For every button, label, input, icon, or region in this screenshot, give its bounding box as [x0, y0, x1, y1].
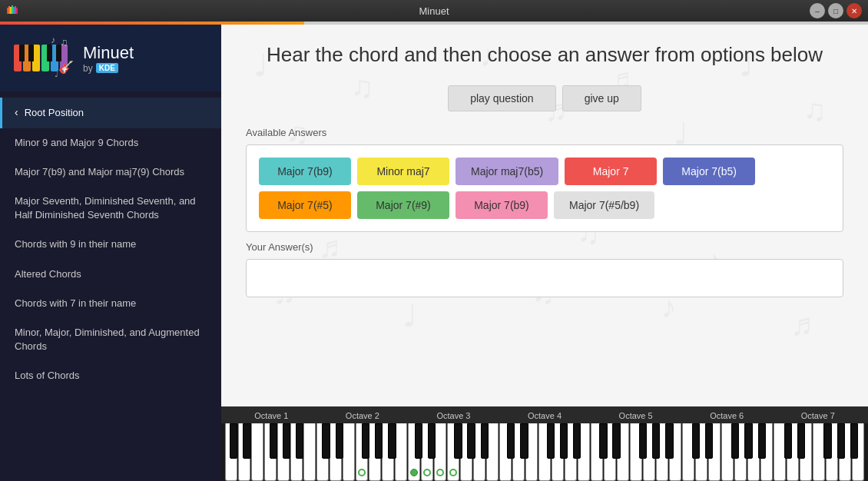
black-key-o2-bp4[interactable] [362, 423, 369, 459]
black-key-o1-bp5[interactable] [283, 423, 290, 459]
sidebar-item-major-seventh-dim[interactable]: Major Seventh, Diminished Seventh, and H… [0, 187, 221, 230]
black-key-o1-bp2[interactable] [243, 423, 250, 459]
sidebar-item-label-active: Root Position [25, 106, 84, 120]
svg-rect-5 [15, 6, 16, 14]
black-key-o6-bp4[interactable] [731, 423, 739, 459]
answer-minor-maj7[interactable]: Minor maj7 [357, 158, 449, 185]
answer-major7s5b9[interactable]: Major 7(#5/b9) [554, 191, 654, 219]
black-key-o5-bp5[interactable] [652, 423, 660, 459]
sidebar-item-chords-7-name[interactable]: Chords with 7 in their name [0, 289, 221, 318]
answer-major-maj7b5[interactable]: Major maj7(b5) [456, 158, 558, 185]
white-key-o1-k2[interactable] [251, 423, 263, 481]
main-layout: ♪ ♫ ♩ 🎸 Minuet by KDE ‹ Root Position [0, 25, 868, 481]
titlebar: Minuet – □ ✕ [0, 0, 868, 22]
app-logo: ♪ ♫ ♩ 🎸 [12, 37, 74, 79]
svg-rect-1 [8, 6, 10, 14]
answer-major7[interactable]: Major 7 [565, 158, 657, 185]
play-question-button[interactable]: play question [448, 85, 556, 111]
black-key-o6-bp2[interactable] [705, 423, 713, 459]
black-key-o2-bp1[interactable] [322, 423, 330, 459]
answer-major7b9[interactable]: Major 7(b9) [259, 158, 351, 185]
black-key-o7-bp1[interactable] [784, 423, 792, 459]
sidebar-item-label-4: Altered Chords [15, 268, 81, 280]
sidebar-item-lots-of-chords[interactable]: Lots of Chords [0, 361, 221, 390]
black-key-o4-bp2[interactable] [520, 423, 528, 459]
black-key-o5-bp1[interactable] [599, 423, 607, 459]
sidebar-item-major7b9-maj9[interactable]: Major 7(b9) and Major maj7(9) Chords [0, 158, 221, 187]
black-key-o3-bp4[interactable] [454, 423, 462, 459]
sidebar-item-minor-9-major-9[interactable]: Minor 9 and Major 9 Chords [0, 128, 221, 158]
app-name: Minuet [83, 43, 134, 63]
octave-label-3: Octave 3 [408, 411, 499, 420]
black-key-o7-bp4[interactable] [823, 423, 831, 459]
svg-text:♪: ♪ [51, 37, 55, 45]
svg-rect-13 [19, 45, 25, 61]
kde-badge: KDE [96, 63, 118, 73]
black-key-o1-bp1[interactable] [230, 423, 237, 459]
black-key-o3-bp5[interactable] [467, 423, 475, 459]
svg-text:♫: ♫ [60, 37, 68, 48]
your-answers-label: Your Answer(s) [246, 241, 843, 253]
black-key-o7-bp2[interactable] [797, 423, 805, 459]
sidebar-item-chords-9-name[interactable]: Chords with 9 in their name [0, 230, 221, 259]
answer-major7b9-2[interactable]: Major 7(b9) [456, 191, 548, 219]
maximize-button[interactable]: □ [828, 3, 843, 18]
sidebar: ♪ ♫ ♩ 🎸 Minuet by KDE ‹ Root Position [0, 25, 221, 481]
sidebar-item-altered-chords[interactable]: Altered Chords [0, 260, 221, 289]
octave-label-1: Octave 1 [226, 411, 317, 420]
sidebar-title-area: Minuet by KDE [83, 43, 134, 74]
your-answers-area[interactable] [246, 259, 843, 297]
button-row: play question give up [246, 85, 843, 111]
answer-major7b5[interactable]: Major 7(b5) [663, 158, 755, 185]
give-up-button[interactable]: give up [562, 85, 641, 111]
sidebar-nav: ‹ Root Position Minor 9 and Major 9 Chor… [0, 91, 221, 481]
by-text: by [83, 63, 93, 74]
piano-container: Octave 1 Octave 2 Octave 3 Octave 4 Octa… [221, 406, 868, 481]
black-key-o3-bp1[interactable] [415, 423, 422, 459]
black-key-o2-bp6[interactable] [388, 423, 396, 459]
titlebar-left [6, 4, 20, 18]
black-key-o3-bp2[interactable] [428, 423, 436, 459]
black-key-o4-bp1[interactable] [507, 423, 515, 459]
black-key-o4-bp6[interactable] [573, 423, 581, 459]
white-key-o1-k6[interactable] [303, 423, 316, 481]
sidebar-by: by KDE [83, 63, 134, 74]
black-key-o4-bp4[interactable] [547, 423, 555, 459]
black-key-o6-bp1[interactable] [692, 423, 700, 459]
minimize-button[interactable]: – [810, 3, 825, 18]
black-key-o3-bp6[interactable] [481, 423, 489, 459]
black-key-o5-bp4[interactable] [639, 423, 647, 459]
window-title: Minuet [419, 5, 449, 17]
black-key-o5-bp2[interactable] [612, 423, 620, 459]
svg-rect-14 [28, 45, 34, 61]
white-key-o3-k2[interactable] [434, 423, 446, 481]
sidebar-item-label-0: Minor 9 and Major 9 Chords [15, 137, 138, 148]
black-key-o7-bp5[interactable] [837, 423, 845, 459]
black-key-o1-bp4[interactable] [270, 423, 277, 459]
svg-rect-2 [10, 7, 12, 14]
white-key-o2-k6[interactable] [395, 423, 407, 481]
close-button[interactable]: ✕ [846, 3, 862, 18]
key-dot-o3-k1 [423, 469, 431, 476]
back-arrow-icon: ‹ [15, 105, 18, 121]
black-key-o6-bp6[interactable] [758, 423, 766, 459]
answer-major7s5[interactable]: Major 7(#5) [259, 191, 351, 219]
content-inner: Hear the chord and then choose an answer… [221, 25, 868, 406]
white-key-o2-k2[interactable] [343, 423, 355, 481]
window-controls: – □ ✕ [810, 3, 862, 18]
black-key-o6-bp5[interactable] [744, 423, 752, 459]
black-key-o4-bp5[interactable] [560, 423, 568, 459]
svg-rect-0 [7, 8, 8, 14]
content-area: ♩ ♫ ♪ ♬ ♩ ♫ ♪ ♬ ♩ ♫ ♪ ♬ ♩ ♫ ♪ ♬ ♩ ♫ ♪ ♬ … [221, 25, 868, 481]
svg-rect-15 [47, 45, 52, 61]
black-key-o1-bp6[interactable] [296, 423, 303, 459]
key-dot-o3-k2 [436, 469, 444, 476]
black-key-o5-bp6[interactable] [665, 423, 673, 459]
black-key-o7-bp6[interactable] [850, 423, 858, 459]
main-heading: Hear the chord and then choose an answer… [246, 43, 843, 67]
sidebar-item-root-position[interactable]: ‹ Root Position [0, 98, 221, 128]
black-key-o2-bp5[interactable] [375, 423, 383, 459]
answer-major7s9[interactable]: Major 7(#9) [357, 191, 449, 219]
black-key-o2-bp2[interactable] [336, 423, 343, 459]
sidebar-item-minor-major-dim-aug[interactable]: Minor, Major, Diminished, and Augmented … [0, 318, 221, 361]
